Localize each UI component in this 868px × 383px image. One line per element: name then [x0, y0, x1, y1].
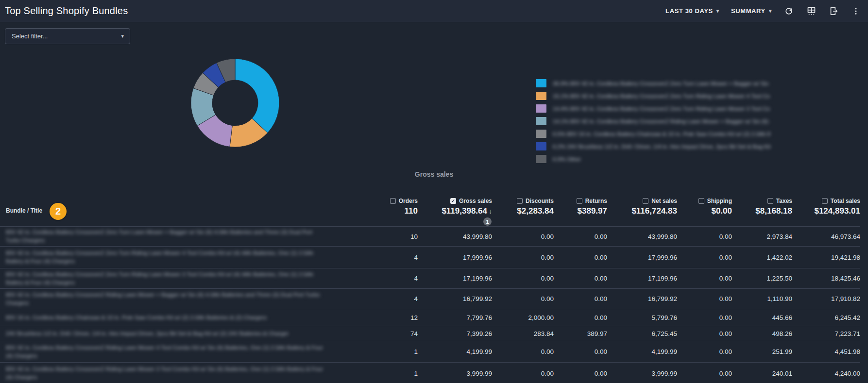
table-header: Bundle / Title 2 Orders110✓Gross sales$1…	[0, 192, 860, 227]
table-row-2[interactable]: 80V 42 in. Cordless Battery CrossoverZ Z…	[0, 247, 860, 268]
filter-select[interactable]: Select filter... ▾	[5, 28, 130, 44]
legend-label: 14.4% 80V 42 in. Cordless Battery Crosso…	[553, 106, 770, 112]
column-toggle[interactable]: ✓Gross sales	[450, 198, 492, 204]
metric-value: 6,725.45	[607, 330, 677, 337]
view-mode-label: SUMMARY	[731, 7, 766, 15]
kebab-menu-icon[interactable]	[851, 6, 861, 17]
metric-value: 1,225.50	[732, 275, 792, 282]
metric-value: 0.00	[554, 370, 607, 377]
column-total[interactable]: $116,724.83	[631, 206, 677, 216]
column-toggle[interactable]: Net sales	[643, 198, 677, 204]
column-header-net-sales: Net sales$116,724.83	[607, 192, 677, 226]
table-view-icon[interactable]	[806, 6, 817, 17]
metric-value: 5,799.76	[607, 314, 677, 321]
metric-value: 74	[336, 330, 418, 337]
metric-value: 0.00	[677, 370, 732, 377]
column-toggle[interactable]: Taxes	[767, 198, 792, 204]
column-checkbox[interactable]	[822, 198, 828, 204]
metric-value: 7,223.71	[792, 330, 860, 337]
column-toggle[interactable]: Returns	[577, 198, 607, 204]
legend-label: 6.9% Other	[553, 156, 581, 162]
column-label: Returns	[585, 198, 607, 204]
column-checkbox[interactable]	[767, 198, 773, 204]
legend-item-3[interactable]: 14.1% 80V 42 in. Cordless Battery Crosso…	[536, 117, 770, 125]
filter-placeholder: Select filter...	[12, 33, 48, 40]
legend-item-0[interactable]: 36.9% 80V 42 in. Cordless Battery Crosso…	[536, 79, 770, 87]
metric-value: 389.97	[554, 330, 607, 337]
table-row-1[interactable]: 80V 42 in. Cordless Battery CrossoverZ Z…	[0, 227, 860, 247]
column-checkbox[interactable]: ✓	[450, 198, 456, 204]
donut-segment-0[interactable]	[235, 59, 279, 133]
metric-value: 1	[336, 370, 418, 377]
metric-value: 0.00	[677, 295, 732, 302]
column-total[interactable]: $2,283.84	[517, 206, 554, 216]
column-header-orders: Orders110	[336, 192, 418, 226]
column-checkbox[interactable]	[643, 198, 648, 204]
legend-item-6[interactable]: 6.9% Other	[536, 155, 770, 163]
sort-rank-badge: 1	[483, 217, 492, 226]
date-range-selector[interactable]: LAST 30 DAYS ▾	[665, 7, 719, 15]
column-total[interactable]: $389.97	[578, 206, 607, 216]
metric-value: 0.00	[554, 254, 607, 261]
chart-metric-caption: Gross sales	[0, 170, 868, 178]
table-row-4[interactable]: 80V 42 in. Cordless Battery CrossoverZ R…	[0, 289, 860, 309]
column-checkbox[interactable]	[698, 198, 704, 204]
metric-value: 0.00	[554, 275, 607, 282]
column-header-gross-sales: ✓Gross sales$119,398.64↓1	[418, 192, 492, 226]
column-checkbox[interactable]	[390, 198, 396, 204]
refresh-icon[interactable]	[783, 6, 794, 17]
column-total[interactable]: 110	[405, 206, 418, 216]
metric-value: 251.99	[732, 348, 792, 355]
metric-value: 2,000.00	[492, 314, 554, 321]
bundle-title: 80V 42 in. Cordless Battery CrossoverZ Z…	[0, 228, 336, 245]
column-toggle[interactable]: Orders	[390, 198, 418, 204]
metric-value: 2,973.84	[732, 233, 792, 240]
metric-value: 445.66	[732, 314, 792, 321]
metric-value: 17,199.96	[607, 275, 677, 282]
column-checkbox[interactable]	[517, 198, 523, 204]
legend-item-1[interactable]: 15.1% 80V 42 in. Cordless Battery Crosso…	[536, 92, 770, 100]
step-count-badge[interactable]: 2	[50, 203, 67, 220]
metric-value: 0.00	[677, 254, 732, 261]
bundle-title: 80V 42 in. Cordless Battery CrossoverZ R…	[0, 344, 336, 360]
legend-item-4[interactable]: 6.5% 80V 16 in. Cordless Battery Chainsa…	[536, 130, 770, 138]
column-label: Net sales	[651, 198, 677, 204]
metric-value: 240.01	[732, 370, 792, 377]
legend-swatch-icon	[536, 92, 546, 100]
report-page: Top Selling Shopify Bundles LAST 30 DAYS…	[0, 0, 868, 383]
table-row-6[interactable]: 24V Brushless 1/2 in. Drill / Driver, 1/…	[0, 326, 860, 341]
table-row-7[interactable]: 80V 42 in. Cordless Battery CrossoverZ R…	[0, 341, 860, 363]
chart-legend: 36.9% 80V 42 in. Cordless Battery Crosso…	[536, 79, 770, 167]
metric-value: 0.00	[492, 295, 554, 302]
column-toggle[interactable]: Discounts	[517, 198, 554, 204]
metric-value: 4,240.00	[792, 370, 860, 377]
metric-value: 0.00	[554, 295, 607, 302]
table-row-5[interactable]: 80V 16 in. Cordless Battery Chainsaw & 1…	[0, 309, 860, 326]
column-total[interactable]: $0.00	[711, 206, 732, 216]
legend-label: 15.1% 80V 42 in. Cordless Battery Crosso…	[553, 93, 770, 99]
table-row-8[interactable]: 80V 42 in. Cordless Battery CrossoverZ R…	[0, 363, 860, 383]
metric-value: 0.00	[677, 330, 732, 337]
table-row-3[interactable]: 80V 42 in. Cordless Battery CrossoverZ Z…	[0, 268, 860, 289]
legend-swatch-icon	[536, 117, 546, 125]
column-label: Taxes	[776, 198, 792, 204]
column-toggle[interactable]: Shipping	[698, 198, 732, 204]
column-toggle[interactable]: Total sales	[822, 198, 860, 204]
column-header-total-sales: Total sales$124,893.01	[792, 192, 860, 226]
column-total[interactable]: $119,398.64↓	[442, 206, 492, 216]
bundle-title: 80V 42 in. Cordless Battery CrossoverZ R…	[0, 291, 336, 307]
column-header-shipping: Shipping$0.00	[677, 192, 732, 226]
column-header-returns: Returns$389.97	[554, 192, 607, 226]
chevron-down-icon: ▾	[769, 8, 772, 14]
metric-value: 43,999.80	[418, 233, 492, 240]
export-icon[interactable]	[828, 6, 839, 17]
legend-item-5[interactable]: 6.2% 24V Brushless 1/2 in. Drill / Drive…	[536, 142, 770, 150]
view-mode-selector[interactable]: SUMMARY ▾	[731, 7, 772, 15]
legend-item-2[interactable]: 14.4% 80V 42 in. Cordless Battery Crosso…	[536, 104, 770, 113]
column-total[interactable]: $124,893.01	[814, 206, 860, 216]
bundles-table: Bundle / Title 2 Orders110✓Gross sales$1…	[0, 192, 868, 383]
column-total[interactable]: $8,168.18	[755, 206, 792, 216]
metric-value: 4	[336, 254, 418, 261]
column-checkbox[interactable]	[577, 198, 582, 204]
metric-value: 4,451.98	[792, 348, 860, 355]
